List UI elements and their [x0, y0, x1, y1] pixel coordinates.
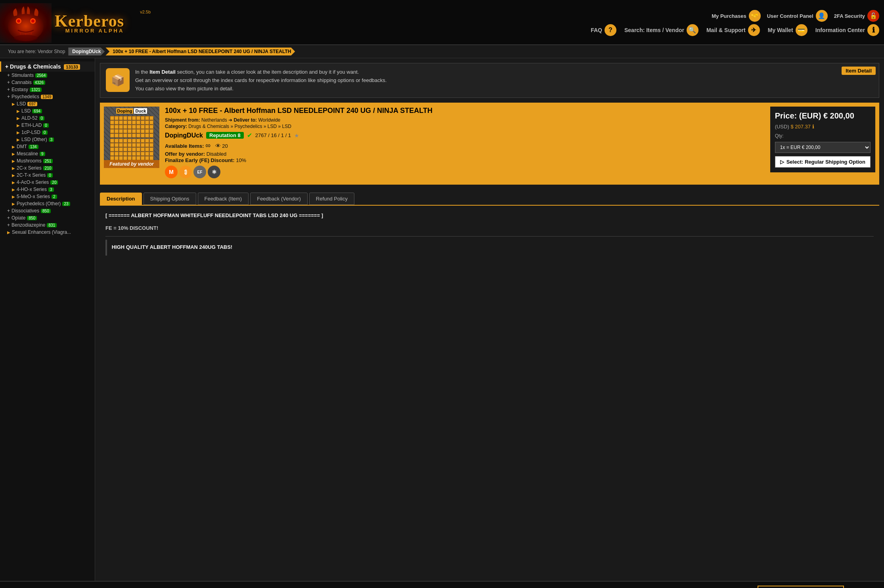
product-card: DopingDuck Featured by vendor 100x + 10 …: [100, 103, 879, 185]
sidebar-item-lsd-parent[interactable]: ▶ LSD 697: [0, 100, 95, 107]
svg-point-5: [14, 35, 38, 41]
exchange-rates-button[interactable]: ℹ Current Exchange Rates: [758, 586, 844, 588]
search-icon: 🔍: [687, 24, 698, 36]
sidebar-opiate-label: Opiate: [11, 215, 25, 221]
canary-container: Canary: [852, 586, 878, 588]
tab-refund-policy[interactable]: Refund Policy: [309, 193, 354, 205]
user-control-panel-nav[interactable]: User Control Panel 👤: [767, 10, 828, 22]
sidebar-item-psychedelics-other[interactable]: ▶ Psychedelics (Other) 23: [0, 200, 95, 207]
main-category-label: Drugs & Chemicals: [10, 63, 61, 70]
breadcrumb-item-segment: 100x + 10 FREE - Albert Hoffman LSD NEED…: [105, 48, 295, 55]
sidebar-item-stimulants[interactable]: + Stimulants 2564: [0, 72, 95, 79]
btc-icon: ₿: [179, 166, 192, 178]
sidebar-lsd-arrow: ▶: [12, 102, 15, 106]
sidebar-2ctx-label: 2C-T-x Series: [17, 172, 46, 178]
tabs: Description Shipping Options Feedback (I…: [95, 189, 884, 205]
shipment-from: Netherlands: [201, 117, 227, 123]
sidebar-psychother-arrow: ▶: [12, 202, 15, 206]
sidebar-2cx-badge: 210: [43, 166, 53, 170]
price-info-icon[interactable]: ℹ: [812, 124, 814, 130]
sidebar-dmt-badge: 134: [29, 145, 38, 149]
search-nav[interactable]: Search: Items / Vendor 🔍: [624, 24, 698, 36]
tab-shipping-options[interactable]: Shipping Options: [144, 193, 196, 205]
sidebar-item-mushrooms[interactable]: ▶ Mushrooms 251: [0, 157, 95, 164]
sidebar-benzo-label: Benzodiazepine: [11, 222, 45, 228]
2fa-security-nav[interactable]: 2FA Security 🔓: [834, 10, 879, 22]
vendor-name[interactable]: DopingDUck: [165, 132, 203, 139]
ef-icon: EF: [193, 166, 206, 178]
sidebar-item-4hox[interactable]: ▶ 4-HO-x Series 3: [0, 186, 95, 193]
sidebar-item-benzo[interactable]: + Benzodiazepine 831: [0, 221, 95, 229]
sidebar-lsd-parent-label: LSD: [17, 101, 26, 107]
breadcrumb-vendor[interactable]: DopingDUck: [68, 48, 105, 55]
sidebar-mushrooms-badge: 251: [43, 159, 53, 163]
sidebar-item-2ctx[interactable]: ▶ 2C-T-x Series 0: [0, 172, 95, 179]
info-text-2: Get an overview or scroll through the in…: [135, 76, 873, 85]
information-center-label: Information Center: [815, 27, 865, 33]
faq-nav[interactable]: FAQ ?: [591, 24, 616, 36]
sidebar-item-1cplsd[interactable]: ▶ 1cP-LSD 0: [0, 129, 95, 136]
sidebar-item-sexual-enhancers[interactable]: ▶ Sexual Enhancers (Viagra...: [0, 229, 95, 236]
sidebar-item-2cx[interactable]: ▶ 2C-x Series 210: [0, 164, 95, 172]
sidebar-item-5meox[interactable]: ▶ 5-MeO-x Series 2: [0, 193, 95, 200]
mail-support-nav[interactable]: Mail & Support ✈: [706, 24, 760, 36]
sidebar-dmt-arrow: ▶: [12, 145, 15, 149]
my-purchases-nav[interactable]: My Purchases 🤝: [712, 10, 760, 22]
qty-label: Qty:: [775, 133, 784, 139]
information-center-nav[interactable]: Information Center ℹ: [815, 24, 879, 36]
footer-right: ℹ Current Exchange Rates Current Local T…: [758, 586, 878, 588]
sidebar-item-dmt[interactable]: ▶ DMT 134: [0, 143, 95, 150]
sidebar-lsd-badge: 694: [32, 109, 42, 113]
sidebar-2cx-label: 2C-x Series: [17, 165, 42, 171]
product-image-inner: DopingDuck: [104, 107, 159, 168]
mail-support-label: Mail & Support: [706, 27, 746, 33]
sidebar-ethlad-badge: 0: [43, 123, 49, 128]
sidebar-dissociatives-plus: +: [7, 208, 10, 214]
tab-description[interactable]: Description: [100, 193, 142, 205]
breadcrumb-vendor-segment[interactable]: DopingDUck: [68, 48, 105, 55]
qty-select[interactable]: 1x = EUR € 200,00: [775, 142, 871, 153]
sidebar-item-ald52[interactable]: ▶ ALD-52 0: [0, 115, 95, 122]
sidebar-lsd-parent-badge: 697: [27, 102, 37, 106]
sidebar-item-mescaline[interactable]: ▶ Mescaline 9: [0, 150, 95, 157]
sidebar-stimulants-label: Stimulants: [11, 73, 34, 78]
product-category: Category: Drugs & Chemicals » Psychedeli…: [165, 124, 765, 129]
sidebar-lsdother-badge: 3: [49, 137, 54, 142]
sidebar-sexual-arrow: ▶: [7, 230, 10, 235]
price-usd-value: $ 207.37: [790, 124, 811, 130]
faq-label: FAQ: [591, 27, 602, 33]
offer-value: Disabled: [207, 151, 227, 157]
my-wallet-nav[interactable]: My Wallet 💳: [768, 24, 807, 36]
tab-feedback-vendor[interactable]: Feedback (Vendor): [250, 193, 308, 205]
sidebar-cannabis-plus: +: [7, 80, 10, 85]
sidebar-item-lsd-other[interactable]: ▶ LSD (Other) 3: [0, 136, 95, 143]
infinity-icon: ∞: [205, 141, 210, 149]
my-purchases-label: My Purchases: [712, 13, 746, 19]
sidebar-item-4acox[interactable]: ▶ 4-AcO-x Series 20: [0, 179, 95, 186]
sidebar-item-dissociatives[interactable]: + Dissociatives 850: [0, 207, 95, 214]
sidebar-item-psychedelics[interactable]: + Psychedelics 1349: [0, 93, 95, 100]
sidebar-item-opiate[interactable]: + Opiate 850: [0, 214, 95, 221]
atom-icon: ⚛: [208, 166, 220, 178]
info-box-icon: 📦: [106, 68, 130, 92]
sidebar-4hox-label: 4-HO-x Series: [17, 187, 47, 192]
select-shipping-button[interactable]: ▷ Select: Regular Shipping Option: [775, 156, 871, 168]
sidebar-4acox-label: 4-AcO-x Series: [17, 179, 49, 185]
sidebar-item-ethlad[interactable]: ▶ ETH-LAD 0: [0, 122, 95, 129]
logo-title: Kerberos: [55, 13, 124, 29]
sidebar-ecstasy-badge: 1321: [30, 88, 42, 92]
tab-feedback-item[interactable]: Feedback (Item): [198, 193, 249, 205]
sidebar-4hox-badge: 3: [48, 187, 54, 192]
product-title: 100x + 10 FREE - Albert Hoffman LSD NEED…: [165, 107, 765, 115]
category-value: Drugs & Chemicals » Psychedelics » LSD »…: [188, 124, 291, 129]
desc-line1: [ ======= ALBERT HOFFMAN WHITEFLUFF NEED…: [105, 211, 874, 220]
product-image[interactable]: DopingDuck Featured by vendor: [104, 107, 159, 168]
sidebar: + Drugs & Chemicals 13133 + Stimulants 2…: [0, 58, 95, 581]
sidebar-item-cannabis[interactable]: + Cannabis 4326: [0, 79, 95, 86]
main-category[interactable]: + Drugs & Chemicals 13133: [0, 61, 95, 72]
sidebar-item-lsd[interactable]: ▶ LSD 694: [0, 107, 95, 115]
sidebar-item-ecstasy[interactable]: + Ecstasy 1321: [0, 86, 95, 93]
header-bottom-row: FAQ ? Search: Items / Vendor 🔍 Mail & Su…: [591, 24, 879, 36]
main-category-badge: 13133: [64, 64, 80, 70]
product-details: 100x + 10 FREE - Albert Hoffman LSD NEED…: [165, 107, 765, 181]
